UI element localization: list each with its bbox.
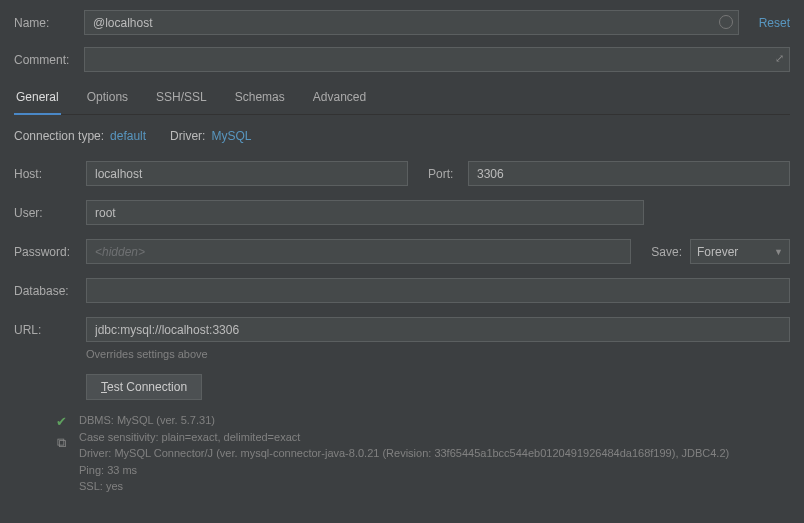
save-select-value: Forever	[697, 245, 738, 259]
user-input[interactable]	[86, 200, 644, 225]
tab-options[interactable]: Options	[85, 84, 130, 114]
tab-general[interactable]: General	[14, 84, 61, 114]
status-ping: Ping: 33 ms	[79, 462, 729, 479]
status-dbms: DBMS: MySQL (ver. 5.7.31)	[79, 412, 729, 429]
name-label: Name:	[14, 16, 84, 30]
password-label: Password:	[14, 245, 86, 259]
check-icon: ✔	[56, 414, 67, 429]
driver-value[interactable]: MySQL	[211, 129, 251, 143]
status-driver: Driver: MySQL Connector/J (ver. mysql-co…	[79, 445, 729, 462]
connection-type-value[interactable]: default	[110, 129, 146, 143]
url-input[interactable]	[86, 317, 790, 342]
status-ssl: SSL: yes	[79, 478, 729, 495]
driver-label: Driver:	[170, 129, 205, 143]
save-label: Save:	[651, 245, 682, 259]
reset-link[interactable]: Reset	[759, 16, 790, 30]
url-hint: Overrides settings above	[86, 348, 790, 360]
database-label: Database:	[14, 284, 86, 298]
tab-advanced[interactable]: Advanced	[311, 84, 368, 114]
status-circle-icon	[719, 15, 733, 29]
test-connection-button[interactable]: Test Connection	[86, 374, 202, 400]
name-input[interactable]	[84, 10, 739, 35]
database-input[interactable]	[86, 278, 790, 303]
status-case: Case sensitivity: plain=exact, delimited…	[79, 429, 729, 446]
comment-label: Comment:	[14, 53, 84, 67]
chevron-down-icon: ▼	[774, 247, 783, 257]
expand-icon[interactable]: ⤢	[775, 52, 784, 65]
tab-schemas[interactable]: Schemas	[233, 84, 287, 114]
url-label: URL:	[14, 323, 86, 337]
save-select[interactable]: Forever ▼	[690, 239, 790, 264]
port-input[interactable]	[468, 161, 790, 186]
tab-sshssl[interactable]: SSH/SSL	[154, 84, 209, 114]
port-label: Port:	[428, 167, 468, 181]
host-label: Host:	[14, 167, 86, 181]
comment-input[interactable]	[84, 47, 790, 72]
host-input[interactable]	[86, 161, 408, 186]
user-label: User:	[14, 206, 86, 220]
connection-type-label: Connection type:	[14, 129, 104, 143]
password-input[interactable]	[86, 239, 631, 264]
copy-icon[interactable]: ⧉	[57, 435, 66, 451]
connection-status: DBMS: MySQL (ver. 5.7.31) Case sensitivi…	[79, 412, 729, 495]
